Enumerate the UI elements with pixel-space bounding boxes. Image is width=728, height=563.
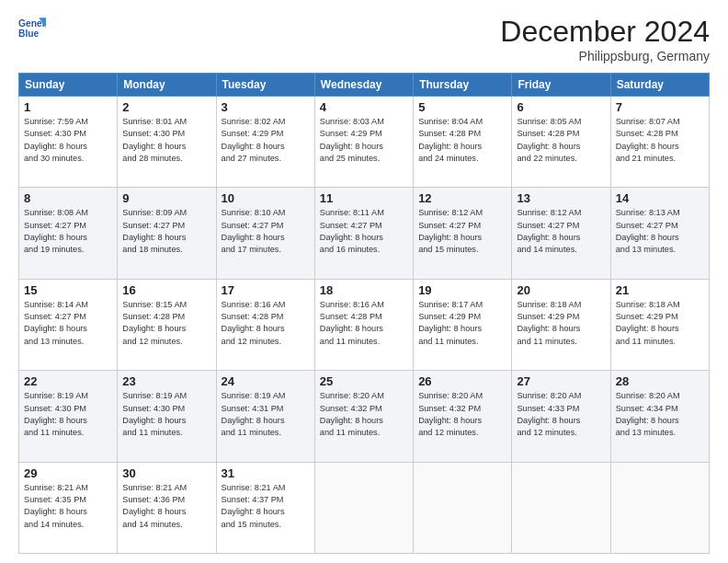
day-info: Sunrise: 8:16 AMSunset: 4:28 PMDaylight:… [320,299,408,348]
header: General Blue December 2024 Philippsburg,… [18,15,710,63]
calendar-cell: 26Sunrise: 8:20 AMSunset: 4:32 PMDayligh… [414,371,512,462]
calendar-cell: 3Sunrise: 8:02 AMSunset: 4:29 PMDaylight… [216,97,314,188]
calendar-cell: 29Sunrise: 8:21 AMSunset: 4:35 PMDayligh… [19,462,118,553]
calendar-cell: 18Sunrise: 8:16 AMSunset: 4:28 PMDayligh… [314,279,413,370]
title-block: December 2024 Philippsburg, Germany [500,15,710,63]
day-info: Sunrise: 8:21 AMSunset: 4:37 PMDaylight:… [222,482,310,531]
calendar-header-row: SundayMondayTuesdayWednesdayThursdayFrid… [19,74,710,97]
logo: General Blue [18,15,46,42]
day-info: Sunrise: 8:19 AMSunset: 4:31 PMDaylight:… [222,390,310,439]
calendar-cell: 11Sunrise: 8:11 AMSunset: 4:27 PMDayligh… [314,188,413,279]
day-info: Sunrise: 8:05 AMSunset: 4:28 PMDaylight:… [517,116,605,165]
calendar-cell: 13Sunrise: 8:12 AMSunset: 4:27 PMDayligh… [512,188,610,279]
col-header-monday: Monday [118,74,216,97]
calendar-cell: 22Sunrise: 8:19 AMSunset: 4:30 PMDayligh… [19,371,118,462]
day-info: Sunrise: 8:19 AMSunset: 4:30 PMDaylight:… [24,390,112,439]
calendar-cell: 30Sunrise: 8:21 AMSunset: 4:36 PMDayligh… [118,462,216,553]
day-number: 20 [517,283,605,297]
day-number: 5 [418,100,506,114]
day-number: 25 [320,374,408,388]
day-info: Sunrise: 8:09 AMSunset: 4:27 PMDaylight:… [122,207,210,256]
day-number: 3 [222,100,310,114]
calendar-cell: 15Sunrise: 8:14 AMSunset: 4:27 PMDayligh… [19,279,118,370]
day-number: 13 [517,191,605,205]
day-number: 26 [418,374,506,388]
calendar-cell: 16Sunrise: 8:15 AMSunset: 4:28 PMDayligh… [118,279,216,370]
day-number: 6 [517,100,605,114]
day-number: 18 [320,283,408,297]
day-number: 14 [616,191,704,205]
col-header-tuesday: Tuesday [216,74,314,97]
day-info: Sunrise: 8:21 AMSunset: 4:35 PMDaylight:… [24,482,112,531]
calendar-cell: 10Sunrise: 8:10 AMSunset: 4:27 PMDayligh… [216,188,314,279]
day-info: Sunrise: 8:14 AMSunset: 4:27 PMDaylight:… [24,299,112,348]
calendar-cell: 1Sunrise: 7:59 AMSunset: 4:30 PMDaylight… [19,97,118,188]
day-number: 15 [24,283,112,297]
day-info: Sunrise: 8:16 AMSunset: 4:28 PMDaylight:… [222,299,310,348]
logo-icon: General Blue [18,15,46,42]
day-number: 4 [320,100,408,114]
day-number: 1 [24,100,112,114]
calendar-cell: 12Sunrise: 8:12 AMSunset: 4:27 PMDayligh… [414,188,512,279]
day-number: 30 [122,466,210,480]
month-title: December 2024 [500,15,710,49]
day-number: 11 [320,191,408,205]
calendar-cell: 5Sunrise: 8:04 AMSunset: 4:28 PMDaylight… [414,97,512,188]
day-number: 23 [122,374,210,388]
day-info: Sunrise: 8:02 AMSunset: 4:29 PMDaylight:… [222,116,310,165]
calendar-cell: 23Sunrise: 8:19 AMSunset: 4:30 PMDayligh… [118,371,216,462]
day-info: Sunrise: 8:12 AMSunset: 4:27 PMDaylight:… [517,207,605,256]
day-info: Sunrise: 8:15 AMSunset: 4:28 PMDaylight:… [122,299,210,348]
day-info: Sunrise: 8:20 AMSunset: 4:32 PMDaylight:… [418,390,506,439]
day-info: Sunrise: 8:20 AMSunset: 4:32 PMDaylight:… [320,390,408,439]
calendar-cell: 8Sunrise: 8:08 AMSunset: 4:27 PMDaylight… [19,188,118,279]
calendar-cell [610,462,709,553]
calendar-cell: 21Sunrise: 8:18 AMSunset: 4:29 PMDayligh… [610,279,709,370]
calendar-week-row: 1Sunrise: 7:59 AMSunset: 4:30 PMDaylight… [19,97,710,188]
day-info: Sunrise: 8:18 AMSunset: 4:29 PMDaylight:… [517,299,605,348]
day-number: 2 [122,100,210,114]
day-info: Sunrise: 8:18 AMSunset: 4:29 PMDaylight:… [616,299,704,348]
calendar-week-row: 15Sunrise: 8:14 AMSunset: 4:27 PMDayligh… [19,279,710,370]
calendar-cell: 20Sunrise: 8:18 AMSunset: 4:29 PMDayligh… [512,279,610,370]
calendar-cell: 28Sunrise: 8:20 AMSunset: 4:34 PMDayligh… [610,371,709,462]
day-number: 10 [222,191,310,205]
day-number: 7 [616,100,704,114]
calendar-cell: 7Sunrise: 8:07 AMSunset: 4:28 PMDaylight… [610,97,709,188]
calendar-table: SundayMondayTuesdayWednesdayThursdayFrid… [18,73,710,554]
col-header-sunday: Sunday [19,74,118,97]
day-info: Sunrise: 8:12 AMSunset: 4:27 PMDaylight:… [418,207,506,256]
day-number: 21 [616,283,704,297]
calendar-week-row: 22Sunrise: 8:19 AMSunset: 4:30 PMDayligh… [19,371,710,462]
calendar-cell [414,462,512,553]
calendar-cell: 24Sunrise: 8:19 AMSunset: 4:31 PMDayligh… [216,371,314,462]
calendar-week-row: 8Sunrise: 8:08 AMSunset: 4:27 PMDaylight… [19,188,710,279]
day-info: Sunrise: 8:11 AMSunset: 4:27 PMDaylight:… [320,207,408,256]
col-header-thursday: Thursday [414,74,512,97]
day-info: Sunrise: 8:19 AMSunset: 4:30 PMDaylight:… [122,390,210,439]
col-header-wednesday: Wednesday [314,74,413,97]
day-info: Sunrise: 8:07 AMSunset: 4:28 PMDaylight:… [616,116,704,165]
day-info: Sunrise: 8:10 AMSunset: 4:27 PMDaylight:… [222,207,310,256]
day-info: Sunrise: 7:59 AMSunset: 4:30 PMDaylight:… [24,116,112,165]
day-number: 12 [418,191,506,205]
calendar-cell: 17Sunrise: 8:16 AMSunset: 4:28 PMDayligh… [216,279,314,370]
page: General Blue December 2024 Philippsburg,… [0,0,728,563]
day-number: 28 [616,374,704,388]
day-number: 29 [24,466,112,480]
day-number: 31 [222,466,310,480]
day-number: 17 [222,283,310,297]
svg-text:Blue: Blue [18,29,40,39]
calendar-cell: 19Sunrise: 8:17 AMSunset: 4:29 PMDayligh… [414,279,512,370]
day-info: Sunrise: 8:04 AMSunset: 4:28 PMDaylight:… [418,116,506,165]
location: Philippsburg, Germany [500,49,710,63]
day-info: Sunrise: 8:08 AMSunset: 4:27 PMDaylight:… [24,207,112,256]
calendar-cell: 4Sunrise: 8:03 AMSunset: 4:29 PMDaylight… [314,97,413,188]
calendar-cell: 31Sunrise: 8:21 AMSunset: 4:37 PMDayligh… [216,462,314,553]
calendar-cell: 6Sunrise: 8:05 AMSunset: 4:28 PMDaylight… [512,97,610,188]
day-number: 19 [418,283,506,297]
col-header-saturday: Saturday [610,74,709,97]
calendar-cell: 14Sunrise: 8:13 AMSunset: 4:27 PMDayligh… [610,188,709,279]
calendar-cell [314,462,413,553]
col-header-friday: Friday [512,74,610,97]
